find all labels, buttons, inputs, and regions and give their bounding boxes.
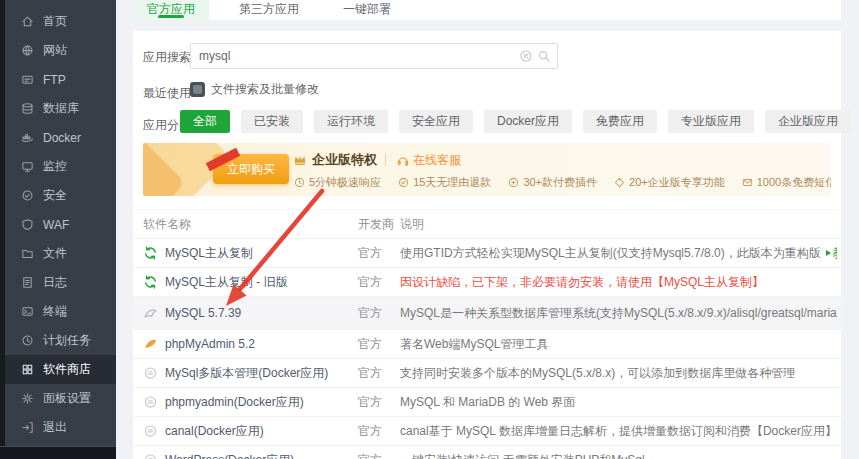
sidebar-item-label: 软件商店 (43, 361, 91, 378)
app-name: WordPress(Docker应用) (165, 446, 294, 459)
search-label: 应用搜索 (143, 49, 191, 66)
category-security-apps[interactable]: 安全应用 (399, 110, 473, 133)
sidebar-bottom-strip (0, 446, 116, 459)
banner-feature-list: 5分钟极速响应 15天无理由退款 30+款付费插件 20+企业版专享功能 100… (294, 175, 831, 190)
table-row-canal-docker[interactable]: canal(Docker应用) 官方 canal基于 MySQL 数据库增量日志… (133, 417, 841, 446)
app-description: canal基于 MySQL 数据库增量日志解析，提供增量数据订阅和消费【Dock… (400, 417, 837, 445)
table-row-mysql-replication-old[interactable]: MySQL主从复制 - 旧版 官方 因设计缺陷，已下架，非必要请勿安装，请使用【… (133, 268, 841, 297)
table-row-mysql-5-7-39[interactable]: MySQL 5.7.39 官方 MySQL是一种关系型数据库管理系统(支持MyS… (133, 297, 841, 330)
table-row-mysql-replication[interactable]: MySQL主从复制 官方 使用GTID方式轻松实现MySQL主从复制(仅支持My… (133, 239, 841, 268)
search-input[interactable] (191, 44, 557, 68)
buy-now-label: 立即购买 (227, 162, 275, 176)
docker-app-icon (143, 395, 158, 410)
tab-third-party-apps[interactable]: 第三方应用 (225, 0, 313, 20)
app-vendor: 官方 (358, 268, 382, 296)
sidebar-item-waf[interactable]: WAF (5, 210, 116, 239)
tutorial-video-icon (826, 250, 831, 256)
home-icon (21, 15, 34, 28)
category-filter-bar: 全部 已安装 运行环境 安全应用 Docker应用 免费应用 专业版应用 企业版… (180, 110, 851, 133)
feature-label: 1000条免费短信（年付） (757, 175, 831, 190)
sms-icon (742, 177, 753, 188)
app-search-box (190, 43, 558, 69)
refund-icon (398, 177, 409, 188)
table-row-phpmyadmin-5-2[interactable]: phpMyAdmin 5.2 官方 著名Web端MySQL管理工具 (133, 330, 841, 359)
sidebar-item-label: 安全 (43, 187, 67, 204)
database-icon (21, 102, 34, 115)
app-description: 使用GTID方式轻松实现MySQL主从复制(仅支持Mysql5.7/8.0)，此… (400, 239, 837, 267)
online-service-link[interactable]: 在线客服 (397, 152, 461, 169)
category-installed[interactable]: 已安装 (241, 110, 303, 133)
waf-shield-icon (21, 218, 34, 231)
app-name: canal(Docker应用) (165, 417, 264, 445)
app-vendor: 官方 (358, 359, 382, 387)
app-name: MySQL主从复制 - 旧版 (165, 268, 288, 296)
ftp-icon (21, 73, 34, 86)
cron-icon (21, 334, 34, 347)
app-vendor: 官方 (358, 297, 382, 329)
sidebar-item-docker[interactable]: Docker (5, 123, 116, 152)
category-docker-apps[interactable]: Docker应用 (484, 110, 572, 133)
clear-icon[interactable] (520, 50, 532, 62)
recent-app-name: 文件搜索及批量修改 (211, 81, 319, 98)
sidebar-item-home[interactable]: 首页 (5, 7, 116, 36)
sidebar-item-logs[interactable]: 日志 (5, 268, 116, 297)
crown-icon (293, 153, 307, 167)
sidebar-item-files[interactable]: 文件 (5, 239, 116, 268)
sidebar-item-terminal[interactable]: 终端 (5, 297, 116, 326)
content-panel: 应用搜索 最近使用 文件搜索及批量修改 应用分类 全部 已安装 运行环境 安全应… (133, 31, 841, 459)
feature-item: 20+企业版专享功能 (614, 175, 725, 190)
tab-one-click-deploy[interactable]: 一键部署 (329, 0, 405, 20)
sidebar-item-label: 计划任务 (43, 332, 91, 349)
tab-official-apps[interactable]: 官方应用 (133, 0, 209, 20)
privilege-label: 企业版特权 (312, 151, 377, 169)
app-name: phpmyadmin(Docker应用) (165, 388, 304, 416)
sidebar-item-website[interactable]: 网站 (5, 36, 116, 65)
sidebar-item-app-store[interactable]: 软件商店 (5, 355, 116, 384)
sidebar-item-label: 退出 (43, 419, 67, 436)
app-description: MySQL是一种关系型数据库管理系统(支持MySQL(5.x/8.x/9.x)/… (400, 297, 837, 329)
plugins-icon (508, 177, 519, 188)
sidebar-item-monitor[interactable]: 监控 (5, 152, 116, 181)
app-vendor: 官方 (358, 446, 382, 459)
security-icon (21, 189, 34, 202)
table-row-mysql-multiversion-docker[interactable]: MySql多版本管理(Docker应用) 官方 支持同时安装多个版本的MySQL… (133, 359, 841, 388)
category-free-apps[interactable]: 免费应用 (583, 110, 657, 133)
sidebar-item-label: Docker (43, 131, 81, 145)
tab-label: 第三方应用 (239, 2, 299, 16)
sidebar-item-logout[interactable]: 退出 (5, 413, 116, 442)
app-description: MySQL 和 MariaDB 的 Web 界面 (400, 388, 837, 416)
category-runtime[interactable]: 运行环境 (314, 110, 388, 133)
headset-icon (397, 155, 409, 167)
sidebar-item-security[interactable]: 安全 (5, 181, 116, 210)
category-enterprise-apps[interactable]: 企业版应用 (765, 110, 851, 133)
sidebar-item-database[interactable]: 数据库 (5, 94, 116, 123)
feature-item: 15天无理由退款 (398, 175, 491, 190)
banner-divider (385, 153, 386, 166)
buy-now-button[interactable]: 立即购买 (213, 154, 289, 184)
category-pro-apps[interactable]: 专业版应用 (668, 110, 754, 133)
tutorial-link[interactable]: 教程 (826, 245, 837, 262)
sidebar-item-label: 监控 (43, 158, 67, 175)
app-description-warning: 因设计缺陷，已下架，非必要请勿安装，请使用【MySQL主从复制】 (400, 268, 837, 296)
sidebar-item-cron[interactable]: 计划任务 (5, 326, 116, 355)
terminal-icon (21, 305, 34, 318)
sidebar-item-panel-settings[interactable]: 面板设置 (5, 384, 116, 413)
table-row-wordpress-docker[interactable]: WordPress(Docker应用) 官方 一键安装\快速访问,无需额外安装P… (133, 446, 841, 459)
category-all[interactable]: 全部 (180, 110, 230, 133)
app-description: 著名Web端MySQL管理工具 (400, 330, 837, 358)
tab-label: 一键部署 (343, 2, 391, 16)
settings-icon (21, 392, 34, 405)
enterprise-promo-banner: 立即购买 企业版特权 在线客服 5分钟极速响应 15天无理由退款 (143, 143, 831, 196)
globe-icon (21, 44, 34, 57)
app-vendor: 官方 (358, 388, 382, 416)
search-icon[interactable] (538, 50, 550, 62)
sidebar-item-ftp[interactable]: FTP (5, 65, 116, 94)
feature-item: 1000条免费短信（年付） (742, 175, 831, 190)
top-tabbar: 官方应用 第三方应用 一键部署 (133, 0, 841, 20)
recent-app-item[interactable]: 文件搜索及批量修改 (190, 81, 319, 98)
feature-label: 20+企业版专享功能 (629, 175, 725, 190)
table-row-phpmyadmin-docker[interactable]: phpmyadmin(Docker应用) 官方 MySQL 和 MariaDB … (133, 388, 841, 417)
feature-label: 15天无理由退款 (413, 175, 491, 190)
app-name: MySQL主从复制 (165, 239, 253, 267)
monitor-icon (21, 160, 34, 173)
